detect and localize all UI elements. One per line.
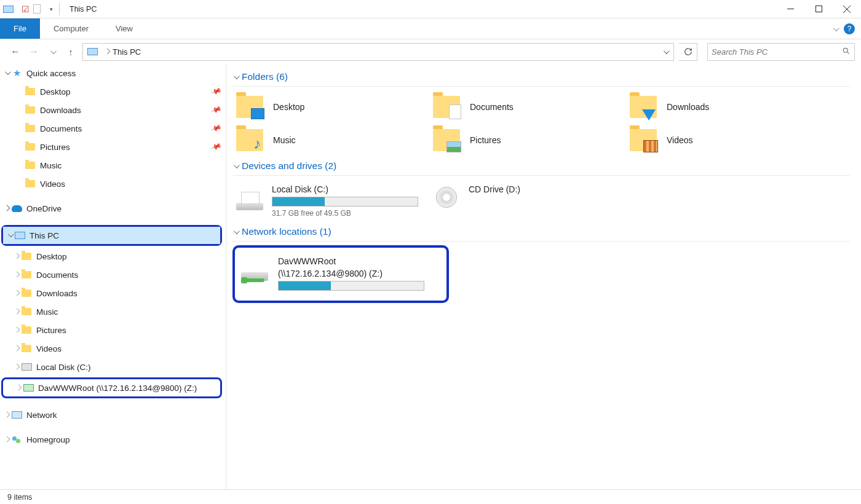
sidebar-item-pictures[interactable]: Pictures📌 — [0, 138, 226, 156]
folder-label: Desktop — [273, 102, 304, 112]
network-icon — [11, 410, 22, 420]
address-dropdown-icon[interactable] — [659, 44, 672, 60]
sidebar-item-label: Quick access — [26, 69, 76, 78]
navigation-pane: ★ Quick access Desktop📌 Downloads📌 Docum… — [0, 64, 226, 489]
navigation-row: This PC — [0, 39, 861, 64]
up-button[interactable] — [64, 45, 77, 58]
separator — [59, 3, 60, 15]
drive-usage-bar — [278, 281, 424, 291]
sidebar-item-desktop[interactable]: Desktop — [0, 247, 226, 266]
folder-icon — [235, 94, 264, 120]
sidebar-item-davwwwroot[interactable]: DavWWWRoot (\\172.16.2.134@9800) (Z:) — [3, 379, 220, 396]
cloud-icon — [11, 203, 22, 213]
recent-locations-button[interactable] — [46, 45, 59, 58]
section-label: Devices and drives (2) — [242, 160, 336, 171]
qat-dropdown-icon[interactable]: ▾ — [49, 6, 53, 12]
sidebar-network[interactable]: Network — [0, 406, 226, 424]
quick-access-toolbar: ☑ ▾ — [0, 3, 65, 15]
section-network-header[interactable]: Network locations (1) — [232, 222, 861, 241]
close-button[interactable] — [833, 0, 861, 18]
drive-usage-bar — [272, 197, 418, 207]
address-bar[interactable]: This PC — [82, 43, 674, 61]
folder-videos[interactable]: Videos — [626, 124, 823, 157]
tab-computer[interactable]: Computer — [40, 18, 102, 39]
folder-icon — [432, 94, 461, 120]
section-drives-header[interactable]: Devices and drives (2) — [232, 157, 861, 175]
sidebar-item-music[interactable]: Music — [0, 302, 226, 321]
sidebar-item-documents[interactable]: Documents — [0, 266, 226, 284]
svg-point-4 — [843, 48, 847, 52]
pin-icon: 📌 — [210, 141, 223, 152]
sidebar-item-label: Desktop — [40, 87, 71, 96]
sidebar-homegroup[interactable]: Homegroup — [0, 430, 226, 449]
sidebar-item-downloads[interactable]: Downloads📌 — [0, 101, 226, 119]
sidebar-item-pictures[interactable]: Pictures — [0, 321, 226, 339]
folder-desktop[interactable]: Desktop — [232, 90, 429, 124]
section-folders-header[interactable]: Folders (6) — [232, 68, 861, 86]
sidebar-item-label: DavWWWRoot (\\172.16.2.134@9800) (Z:) — [38, 384, 197, 393]
sidebar-item-videos[interactable]: Videos — [0, 175, 226, 193]
sidebar-item-desktop[interactable]: Desktop📌 — [0, 82, 226, 101]
network-drive-davwwwroot[interactable]: DavWWWRoot (\\172.16.2.134@9800) (Z:) — [241, 255, 440, 292]
folder-icon — [21, 288, 32, 298]
qat-document-icon[interactable] — [33, 4, 41, 14]
highlight-this-pc: This PC — [1, 225, 222, 246]
sidebar-onedrive[interactable]: OneDrive — [0, 199, 226, 218]
back-button[interactable] — [9, 45, 22, 58]
folder-icon — [25, 142, 36, 152]
folder-icon — [21, 344, 32, 353]
file-tab[interactable]: File — [0, 18, 40, 39]
folder-downloads[interactable]: Downloads — [626, 90, 823, 124]
svg-line-5 — [847, 52, 849, 53]
qat-checkbox-icon[interactable]: ☑ — [22, 4, 30, 14]
sidebar-item-label: Music — [36, 307, 58, 317]
folder-label: Downloads — [667, 102, 709, 112]
folder-icon — [25, 87, 36, 96]
hdd-icon — [235, 184, 264, 210]
network-drive-icon — [23, 383, 34, 393]
folder-music[interactable]: ♪Music — [232, 124, 429, 157]
sidebar-item-music[interactable]: Music — [0, 156, 226, 175]
highlight-network-location: DavWWWRoot (\\172.16.2.134@9800) (Z:) — [232, 245, 449, 303]
folder-label: Music — [273, 135, 296, 145]
drive-local-disk[interactable]: Local Disk (C:) 31.7 GB free of 49.5 GB — [232, 179, 429, 222]
search-input[interactable] — [712, 47, 838, 57]
tab-view[interactable]: View — [102, 18, 146, 39]
sidebar-item-label: Videos — [36, 344, 62, 353]
breadcrumb-separator-icon[interactable] — [105, 49, 109, 55]
minimize-button[interactable] — [776, 0, 804, 18]
network-drive-icon — [241, 256, 271, 281]
sidebar-quick-access[interactable]: ★ Quick access — [0, 64, 226, 82]
ribbon-collapse-icon[interactable] — [833, 25, 838, 33]
status-item-count: 9 items — [7, 493, 32, 502]
folder-documents[interactable]: Documents — [429, 90, 626, 124]
folder-icon — [25, 105, 36, 115]
refresh-button[interactable] — [679, 43, 697, 61]
breadcrumb-this-pc[interactable]: This PC — [113, 47, 141, 57]
search-box[interactable] — [707, 43, 855, 61]
sidebar-item-videos[interactable]: Videos — [0, 339, 226, 358]
folder-label: Documents — [470, 102, 514, 112]
folder-icon — [21, 307, 32, 317]
status-bar: 9 items — [0, 489, 861, 504]
search-icon[interactable] — [842, 47, 851, 57]
pin-icon: 📌 — [210, 104, 223, 116]
drive-cd[interactable]: CD Drive (D:) — [429, 179, 626, 222]
help-button[interactable]: ? — [844, 23, 855, 34]
sidebar-item-downloads[interactable]: Downloads — [0, 284, 226, 302]
hdd-icon — [21, 362, 32, 372]
folder-label: Pictures — [470, 135, 501, 145]
forward-button[interactable] — [27, 45, 41, 58]
sidebar-item-label: Homegroup — [26, 435, 70, 444]
sidebar-item-local-disk[interactable]: Local Disk (C:) — [0, 358, 226, 376]
sidebar-item-label: Videos — [40, 179, 65, 189]
sidebar-item-label: Downloads — [40, 106, 81, 115]
divider — [232, 86, 850, 87]
folder-icon — [629, 127, 658, 153]
maximize-button[interactable] — [804, 0, 833, 18]
sidebar-this-pc[interactable]: This PC — [3, 227, 220, 244]
folder-icon — [21, 325, 32, 335]
sidebar-item-documents[interactable]: Documents📌 — [0, 119, 226, 138]
window-title: This PC — [65, 5, 97, 14]
folder-pictures[interactable]: Pictures — [429, 124, 626, 157]
